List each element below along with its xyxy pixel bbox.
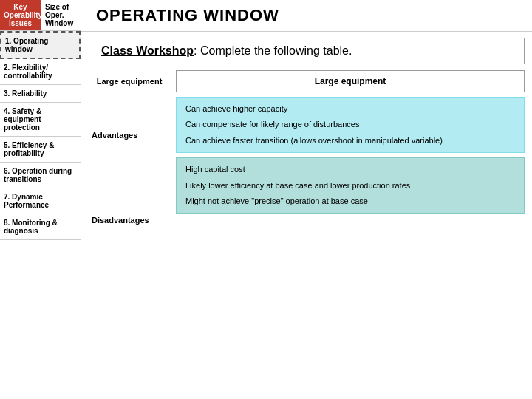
sidebar-item-8[interactable]: 8. Monitoring & diagnosis: [0, 214, 81, 240]
advantages-label: Advantages: [92, 131, 137, 140]
sidebar-size-label: Size of Oper. Window: [41, 0, 81, 30]
sidebar-item-2[interactable]: 2. Flexibility/ controllability: [0, 59, 81, 85]
sidebar-item-1-label: 1. Operating window: [5, 37, 48, 53]
sidebar-items-list: 1. Operating window 2. Flexibility/ cont…: [0, 31, 81, 399]
disadvantages-box: High capital cost Likely lower efficienc…: [176, 157, 525, 214]
sidebar-item-1[interactable]: 1. Operating window: [0, 31, 81, 59]
page-title: OPERATING WINDOW: [96, 6, 279, 25]
disadvantage-3: Might not achieve "precise" operation at…: [185, 196, 515, 207]
sidebar-item-4-label: 4. Safety & equipment protection: [4, 107, 41, 132]
advantage-3: Can achieve faster transition (allows ov…: [185, 135, 515, 146]
sidebar-item-6-label: 6. Operation during transitions: [4, 167, 72, 183]
sidebar-item-5[interactable]: 5. Efficiency & profitability: [0, 137, 81, 163]
workshop-text: : Complete the following table.: [194, 44, 352, 57]
sidebar-item-3-label: 3. Reliability: [4, 89, 47, 98]
sidebar-item-7-label: 7. Dynamic Performance: [4, 193, 49, 209]
sidebar-item-7[interactable]: 7. Dynamic Performance: [0, 188, 81, 214]
sidebar-item-2-label: 2. Flexibility/ controllability: [4, 64, 52, 80]
disadvantages-label-row: Disadvantages: [89, 177, 170, 262]
advantage-1: Can achieve higher capacity: [185, 103, 515, 115]
disadvantage-1: High capital cost: [185, 164, 515, 175]
main-header: OPERATING WINDOW: [81, 0, 532, 32]
sidebar-item-6[interactable]: 6. Operation during transitions: [0, 163, 81, 188]
workshop-label: Class Workshop: [101, 44, 194, 57]
sidebar-item-4[interactable]: 4. Safety & equipment protection: [0, 103, 81, 137]
sidebar-item-3[interactable]: 3. Reliability: [0, 85, 81, 103]
column-header: Large equipment: [89, 70, 170, 92]
advantages-box: Can achieve higher capacity Can compensa…: [176, 97, 525, 153]
disadvantages-label: Disadvantages: [92, 216, 149, 225]
advantages-label-row: Advantages: [89, 92, 170, 177]
content-column: Large equipment Can achieve higher capac…: [176, 70, 525, 393]
sidebar-item-5-label: 5. Efficiency & profitability: [4, 141, 54, 157]
main-content: OPERATING WINDOW Class Workshop: Complet…: [81, 0, 532, 399]
sidebar-key-label: Key Operability issues: [0, 0, 41, 30]
advantage-2: Can compensate for likely range of distu…: [185, 119, 515, 130]
large-equipment-header: Large equipment: [176, 70, 525, 92]
sidebar: Key Operability issues Size of Oper. Win…: [0, 0, 81, 399]
column-header-text: Large equipment: [315, 76, 386, 86]
workshop-banner: Class Workshop: Complete the following t…: [89, 38, 525, 64]
labels-column: Large equipment Advantages Disadvantages: [89, 70, 170, 393]
sidebar-item-8-label: 8. Monitoring & diagnosis: [4, 219, 58, 235]
sidebar-header: Key Operability issues Size of Oper. Win…: [0, 0, 81, 31]
disadvantage-2: Likely lower efficiency at base case and…: [185, 180, 515, 191]
